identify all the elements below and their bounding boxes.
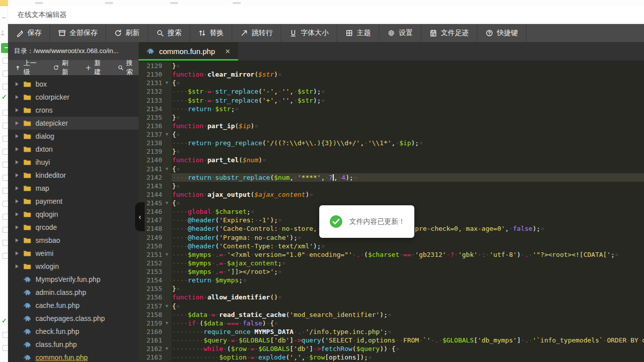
- toolbar-button-theme[interactable]: 主题: [337, 24, 379, 42]
- expand-arrow-icon[interactable]: [16, 121, 19, 125]
- tree-file-check.fun.php[interactable]: check.fun.php: [8, 325, 139, 338]
- fold-widget-icon[interactable]: ▼: [162, 344, 172, 353]
- fold-widget-icon[interactable]: ▼: [162, 250, 172, 259]
- line-number[interactable]: 2150: [139, 242, 162, 250]
- line-number[interactable]: 2162: [139, 344, 162, 353]
- expand-arrow-icon[interactable]: [16, 95, 19, 99]
- line-number[interactable]: 2155: [139, 284, 162, 293]
- line-number[interactable]: 2163: [139, 353, 162, 361]
- toolbar-button-shortcuts[interactable]: 快捷键: [477, 24, 526, 42]
- tree-folder-ihuyi[interactable]: ihuyi: [8, 156, 139, 169]
- toolbar-button-save-all[interactable]: 全部保存: [50, 24, 106, 42]
- line-number[interactable]: 2158: [139, 310, 162, 319]
- fold-widget-icon[interactable]: ▼: [162, 302, 172, 310]
- expand-arrow-icon[interactable]: [16, 147, 19, 151]
- line-number[interactable]: 2142: [139, 173, 162, 182]
- expand-arrow-icon[interactable]: [16, 264, 19, 268]
- line-number[interactable]: 2132: [139, 87, 162, 96]
- fold-widget-icon[interactable]: ▼: [162, 199, 172, 207]
- line-number[interactable]: 2149: [139, 233, 162, 242]
- upload-icon[interactable]: ↑: [1, 28, 5, 36]
- collapse-sidebar-handle[interactable]: ‹: [135, 202, 145, 231]
- expand-arrow-icon[interactable]: [16, 108, 19, 112]
- tree-folder-wxlogin[interactable]: wxlogin: [8, 260, 139, 273]
- sidebar-action-up-level[interactable]: 上一级: [15, 59, 42, 77]
- line-number[interactable]: 2138: [139, 139, 162, 147]
- expand-arrow-icon[interactable]: [16, 199, 19, 203]
- toast-notification: 文件内容已更新！: [319, 205, 414, 238]
- toolbar-button-save[interactable]: 保存: [8, 24, 50, 42]
- tree-folder-crons[interactable]: crons: [8, 104, 139, 117]
- tree-file-admin.class.php[interactable]: admin.class.php: [8, 286, 139, 299]
- expand-arrow-icon[interactable]: [16, 82, 19, 86]
- toolbar-button-font-size[interactable]: 字体大小: [281, 24, 337, 42]
- line-number[interactable]: 2141: [139, 165, 162, 173]
- line-number[interactable]: 2129: [139, 62, 162, 70]
- expand-arrow-icon[interactable]: [16, 134, 19, 138]
- expand-arrow-icon[interactable]: [16, 186, 19, 190]
- line-number[interactable]: 2133: [139, 96, 162, 105]
- tree-folder-weimi[interactable]: weimi: [8, 247, 139, 260]
- line-number[interactable]: 2151: [139, 250, 162, 259]
- line-number[interactable]: 2136: [139, 122, 162, 130]
- expand-arrow-icon[interactable]: [16, 225, 19, 229]
- line-number[interactable]: 2137: [139, 130, 162, 139]
- line-number[interactable]: 2131: [139, 79, 162, 87]
- toolbar-button-replace[interactable]: 替换: [190, 24, 232, 42]
- tree-folder-payment[interactable]: payment: [8, 195, 139, 208]
- fold-widget-icon[interactable]: ▼: [162, 79, 172, 87]
- expand-arrow-icon[interactable]: [16, 251, 19, 255]
- tree-folder-qqlogin[interactable]: qqlogin: [8, 208, 139, 221]
- tab-common.fun.php[interactable]: common.fun.php×: [139, 42, 238, 61]
- code-line: 2140function·part_tel($num)¤: [139, 156, 644, 164]
- expand-arrow-icon[interactable]: [16, 238, 19, 242]
- tree-folder-kindeditor[interactable]: kindeditor: [8, 169, 139, 182]
- tree-file-class.fun.php[interactable]: class.fun.php: [8, 338, 139, 351]
- tree-folder-datepicker[interactable]: datepicker: [8, 117, 139, 130]
- line-number[interactable]: 2157: [139, 302, 162, 310]
- line-number[interactable]: 2153: [139, 267, 162, 276]
- line-number[interactable]: 2135: [139, 113, 162, 122]
- line-number[interactable]: 2143: [139, 182, 162, 190]
- line-number[interactable]: 2144: [139, 190, 162, 199]
- line-number[interactable]: 2161: [139, 336, 162, 344]
- back-arrow-icon[interactable]: ←: [1, 13, 8, 21]
- tree-folder-map[interactable]: map: [8, 182, 139, 195]
- tree-folder-dialog[interactable]: dialog: [8, 130, 139, 143]
- line-number[interactable]: 2139: [139, 147, 162, 156]
- expand-arrow-icon[interactable]: [16, 212, 19, 216]
- tree-file-cache.fun.php[interactable]: cache.fun.php: [8, 299, 139, 312]
- code-text: ····$mymps·.=·']]></root>';¤: [172, 267, 644, 276]
- sidebar-action-refresh[interactable]: 刷新: [53, 59, 74, 77]
- fold-widget-icon[interactable]: ▼: [162, 130, 172, 139]
- toolbar-button-search[interactable]: 搜索: [148, 24, 190, 42]
- toolbar-button-goto-line[interactable]: 跳转行: [232, 24, 281, 42]
- toolbar-button-refresh[interactable]: 刷新: [106, 24, 148, 42]
- line-number[interactable]: 2140: [139, 156, 162, 164]
- line-number[interactable]: 2156: [139, 293, 162, 301]
- toolbar-button-settings[interactable]: 设置: [379, 24, 421, 42]
- toolbar-button-file-history[interactable]: 文件足迹: [421, 24, 477, 42]
- expand-arrow-icon[interactable]: [16, 173, 19, 177]
- tree-file-cachepages.class.php[interactable]: cachepages.class.php: [8, 312, 139, 325]
- line-number[interactable]: 2152: [139, 259, 162, 267]
- tree-folder-dxton[interactable]: dxton: [8, 143, 139, 156]
- fold-widget-icon[interactable]: ▼: [162, 319, 172, 327]
- sidebar-action-search[interactable]: 搜索: [118, 59, 139, 77]
- tab-close-icon[interactable]: ×: [223, 46, 232, 57]
- line-number[interactable]: 2159: [139, 319, 162, 327]
- tree-folder-box[interactable]: box: [8, 78, 139, 91]
- line-number[interactable]: 2160: [139, 327, 162, 336]
- tree-file-MympsVerify.fun.php[interactable]: MympsVerify.fun.php: [8, 273, 139, 286]
- line-number[interactable]: 2134: [139, 105, 162, 113]
- expand-arrow-icon[interactable]: [16, 160, 19, 164]
- tree-folder-smsbao[interactable]: smsbao: [8, 234, 139, 247]
- line-number[interactable]: 2130: [139, 70, 162, 79]
- tree-folder-qrcode[interactable]: qrcode: [8, 221, 139, 234]
- tree-folder-colorpicker[interactable]: colorpicker: [8, 91, 139, 104]
- sidebar-action-new[interactable]: 新建: [85, 59, 107, 77]
- fold-widget-icon[interactable]: ▼: [162, 165, 172, 173]
- fold-gutter: [162, 216, 172, 224]
- tree-file-common.fun.php[interactable]: common.fun.php: [8, 351, 139, 362]
- line-number[interactable]: 2154: [139, 276, 162, 284]
